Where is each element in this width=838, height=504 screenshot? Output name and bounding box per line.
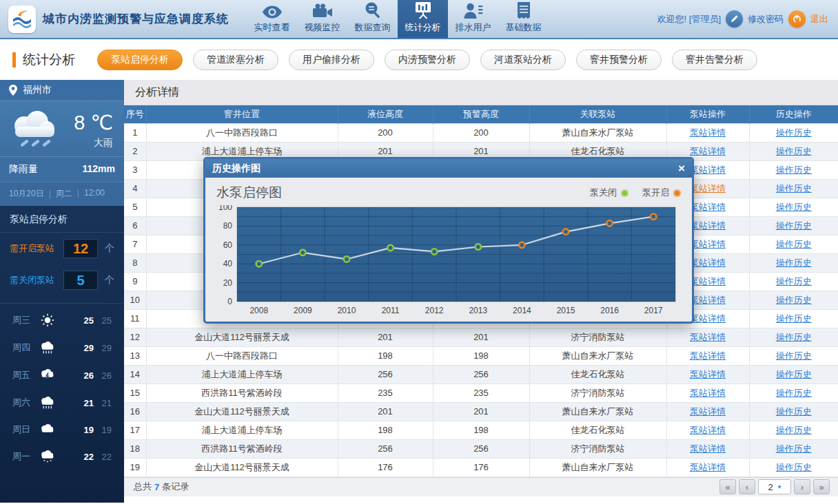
svg-text:100: 100 [218, 205, 232, 212]
operation-history-link[interactable]: 操作历史 [776, 258, 812, 268]
svg-text:2013: 2013 [469, 306, 487, 315]
change-password-link[interactable]: 修改密码 [748, 13, 784, 25]
station-detail-link[interactable]: 泵站详情 [690, 202, 726, 212]
logo-wave-icon [12, 9, 32, 30]
station-detail-link[interactable]: 泵站详情 [690, 369, 726, 379]
page-select[interactable]: 2 ▾ [758, 479, 791, 494]
operation-history-link[interactable]: 操作历史 [776, 146, 812, 156]
operation-history-link[interactable]: 操作历史 [776, 276, 812, 286]
page-title: 统计分析 [23, 51, 75, 69]
station-detail-link[interactable]: 泵站详情 [690, 406, 726, 417]
station-detail-link[interactable]: 泵站详情 [690, 443, 726, 454]
legend-item[interactable]: 泵关闭 [590, 187, 628, 199]
station-detail-link[interactable]: 泵站详情 [690, 258, 726, 268]
station-detail-link[interactable]: 泵站详情 [690, 276, 726, 286]
nav-item[interactable]: 数据查询 [347, 0, 398, 38]
table-row: 14浦上大道浦上停车场256256佳龙石化泵站泵站详情操作历史 [124, 365, 838, 384]
operation-history-link[interactable]: 操作历史 [776, 462, 812, 472]
nav-item[interactable]: 排水用户 [448, 0, 498, 38]
operation-history-link[interactable]: 操作历史 [776, 388, 812, 398]
nav-item[interactable]: 基础数据 [498, 0, 549, 38]
operation-history-link[interactable]: 操作历史 [776, 220, 812, 231]
station-detail-link[interactable]: 泵站详情 [690, 220, 726, 231]
analysis-tab[interactable]: 用户偷排分析 [289, 50, 374, 70]
operation-history-link[interactable]: 操作历史 [776, 350, 812, 361]
station-detail-link[interactable]: 泵站详情 [690, 313, 726, 324]
station-detail-link[interactable]: 泵站详情 [690, 239, 726, 249]
user-icon [463, 1, 483, 19]
prev-page-button[interactable]: ‹ [739, 479, 755, 494]
rain-icon [37, 340, 58, 355]
cell-index: 5 [124, 198, 146, 216]
panel-title: 分析详情 [124, 80, 838, 105]
analysis-tab[interactable]: 河道泵站分析 [480, 50, 566, 70]
legend-item[interactable]: 泵开启 [642, 187, 681, 199]
table-row: 13八一中路西段路口198198萧山自来水厂泵站泵站详情操作历史 [124, 346, 838, 365]
station-detail-link[interactable]: 泵站详情 [690, 295, 726, 305]
content-area: 分析详情 序号窨井位置液位高度预警高度关联泵站泵站操作历史操作 1八一中路西段路… [124, 80, 838, 503]
operation-history-link[interactable]: 操作历史 [776, 406, 812, 417]
app-logo [8, 6, 36, 33]
pump-analysis-panel: 泵站启停分析 需开启泵站 12 个 需关闭泵站 5 个 周三2525周四2929… [0, 206, 124, 503]
analysis-tab[interactable]: 内涝预警分析 [385, 50, 470, 70]
pencil-icon[interactable] [726, 10, 743, 28]
pumps-to-open-row: 需开启泵站 12 个 [0, 233, 124, 264]
station-detail-link[interactable]: 泵站详情 [690, 165, 726, 175]
cell-linked-station: 佳龙石化泵站 [529, 421, 666, 439]
cell-history-op: 操作历史 [749, 123, 838, 142]
next-page-button[interactable]: › [794, 479, 810, 494]
cloud-icon [37, 423, 58, 437]
operation-history-link[interactable]: 操作历史 [776, 127, 812, 138]
operation-history-link[interactable]: 操作历史 [776, 202, 812, 212]
cell-well-location: 西洪路11号紫酒岭段 [146, 439, 338, 458]
station-detail-link[interactable]: 泵站详情 [690, 350, 726, 361]
total-prefix: 总共 [134, 481, 152, 493]
power-icon[interactable] [788, 10, 806, 28]
svg-text:2012: 2012 [425, 306, 444, 315]
cell-station-op: 泵站详情 [666, 439, 749, 458]
time-value: 12:00 [72, 188, 105, 200]
station-detail-link[interactable]: 泵站详情 [690, 332, 726, 342]
analysis-tab[interactable]: 窨井预警分析 [576, 50, 662, 70]
operation-history-link[interactable]: 操作历史 [776, 183, 812, 193]
operation-history-link[interactable]: 操作历史 [776, 313, 812, 324]
pumps-to-close-row: 需关闭泵站 5 个 [0, 264, 124, 296]
cell-history-op: 操作历史 [749, 346, 838, 365]
svg-text:2017: 2017 [644, 306, 663, 315]
cell-level-height: 200 [338, 123, 433, 142]
operation-history-link[interactable]: 操作历史 [776, 369, 812, 379]
table-header-row: 序号窨井位置液位高度预警高度关联泵站泵站操作历史操作 [124, 105, 838, 123]
operation-history-link[interactable]: 操作历史 [776, 443, 812, 454]
nav-item[interactable]: 统计分析 [398, 0, 448, 38]
station-detail-link[interactable]: 泵站详情 [690, 146, 726, 156]
station-detail-link[interactable]: 泵站详情 [690, 388, 726, 398]
station-detail-link[interactable]: 泵站详情 [690, 183, 726, 193]
station-detail-link[interactable]: 泵站详情 [690, 127, 726, 138]
cell-linked-station: 济宁消防泵站 [529, 384, 666, 402]
svg-text:2009: 2009 [294, 306, 312, 315]
legend-dot [621, 189, 628, 197]
station-detail-link[interactable]: 泵站详情 [690, 425, 726, 435]
analysis-tab[interactable]: 管道淤塞分析 [193, 50, 278, 70]
operation-history-link[interactable]: 操作历史 [776, 425, 812, 435]
operation-history-link[interactable]: 操作历史 [776, 239, 812, 249]
first-page-button[interactable]: « [719, 479, 736, 494]
last-page-button[interactable]: » [813, 479, 830, 494]
cell-index: 19 [124, 458, 146, 476]
cell-well-location: 八一中路西段路口 [146, 346, 338, 365]
nav-item[interactable]: 实时查看 [247, 0, 297, 38]
forecast-row: 周五2626 [0, 361, 124, 389]
close-icon[interactable]: × [678, 162, 685, 174]
analysis-tab[interactable]: 泵站启停分析 [97, 50, 183, 70]
analysis-tab[interactable]: 窨井告警分析 [672, 50, 757, 70]
operation-history-link[interactable]: 操作历史 [776, 165, 812, 175]
cell-well-location: 金山大道112号丽景天成 [146, 328, 338, 346]
operation-history-link[interactable]: 操作历史 [776, 332, 812, 342]
nav-item[interactable]: 视频监控 [297, 0, 347, 38]
logout-link[interactable]: 退出 [810, 13, 828, 25]
table-row: 15西洪路11号紫酒岭段235235济宁消防泵站泵站详情操作历史 [124, 384, 838, 402]
station-detail-link[interactable]: 泵站详情 [690, 462, 726, 472]
cell-linked-station: 济宁消防泵站 [529, 439, 666, 458]
operation-history-link[interactable]: 操作历史 [776, 295, 812, 305]
main-nav: 实时查看视频监控数据查询统计分析排水用户基础数据 [247, 0, 549, 38]
